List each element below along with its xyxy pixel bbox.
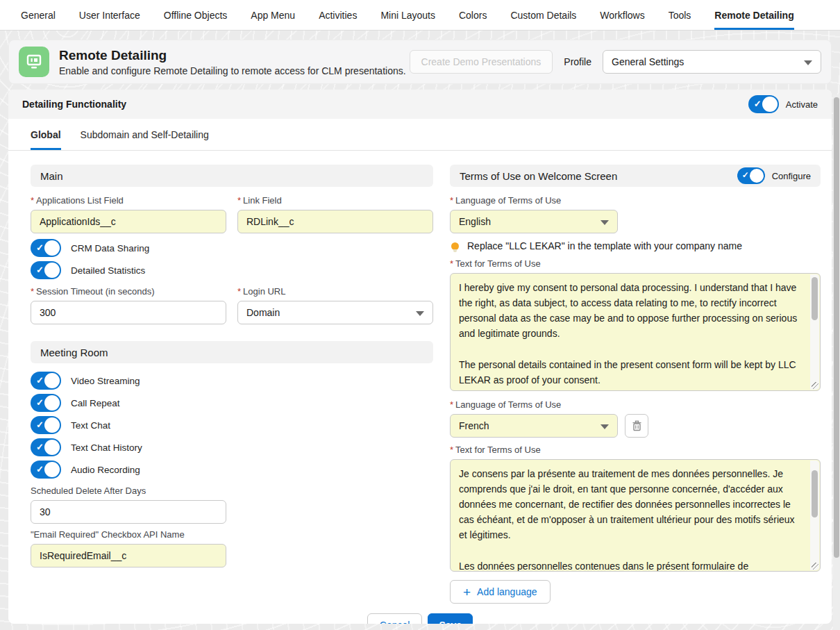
toggle-knob <box>44 373 60 388</box>
panel-tabs: Global Subdomain and Self-Detailing <box>8 119 832 151</box>
link-field-label: *Link Field <box>237 195 433 206</box>
required-asterisk: * <box>237 195 241 206</box>
panel-title: Detailing Functionality <box>22 99 126 110</box>
required-asterisk: * <box>450 445 453 455</box>
text-chat-history-label: Text Chat History <box>71 442 142 453</box>
scheduled-delete-label: Scheduled Delete After Days <box>31 486 226 496</box>
page-subtitle: Enable and configure Remote Detailing to… <box>59 65 406 76</box>
configure-toggle[interactable]: ✓ <box>737 167 765 184</box>
nav-tab-user-interface[interactable]: User Interface <box>79 0 140 30</box>
resize-handle-icon[interactable] <box>812 382 818 389</box>
required-asterisk: * <box>450 258 453 269</box>
terms-language-select-english[interactable]: English <box>450 210 618 233</box>
page-header: Remote Detailing Enable and configure Re… <box>8 40 832 84</box>
nav-tab-colors[interactable]: Colors <box>459 0 487 30</box>
required-asterisk: * <box>450 399 453 410</box>
trash-icon <box>632 420 642 431</box>
panel-header: Detailing Functionality ✓ Activate <box>8 90 832 119</box>
delete-language-button[interactable] <box>625 414 648 438</box>
textarea-scrollbar[interactable] <box>810 461 819 570</box>
nav-tab-general[interactable]: General <box>21 0 56 30</box>
required-asterisk: * <box>237 286 241 297</box>
activate-toggle[interactable]: ✓ <box>748 95 779 113</box>
check-icon: ✓ <box>754 98 762 110</box>
profile-select[interactable]: General Settings <box>603 50 821 74</box>
tip-text: Replace "LLC LEKAR" in the template with… <box>467 240 742 251</box>
check-icon: ✓ <box>36 419 44 431</box>
detailed-statistics-toggle[interactable]: ✓ <box>31 261 61 279</box>
tab-subdomain-self-detailing[interactable]: Subdomain and Self-Detailing <box>81 119 209 150</box>
crm-data-sharing-toggle[interactable]: ✓ <box>31 239 61 257</box>
terms-text-english-textarea[interactable]: I hereby give my consent to personal dat… <box>450 273 821 391</box>
terms-language-select-french[interactable]: French <box>450 414 618 438</box>
applications-list-field-label: *Applications List Field <box>31 195 226 206</box>
required-asterisk: * <box>450 195 453 206</box>
toggle-knob <box>44 395 60 411</box>
detailed-statistics-label: Detailed Statistics <box>71 265 145 276</box>
check-icon: ✓ <box>36 374 44 386</box>
chevron-down-icon <box>600 220 609 225</box>
login-url-select-value: Domain <box>246 307 280 318</box>
link-field-input[interactable] <box>237 210 433 233</box>
main-section-title: Main <box>40 170 63 182</box>
toggle-knob <box>44 263 60 278</box>
language-of-terms-label-2: *Language of Terms of Use <box>450 399 821 410</box>
nav-tab-custom-details[interactable]: Custom Details <box>510 0 576 30</box>
toggle-knob <box>44 417 60 433</box>
terms-text-french-textarea[interactable]: Je consens par la présente au traitement… <box>450 459 821 572</box>
save-button[interactable]: Save <box>428 613 473 624</box>
nav-tab-offline-objects[interactable]: Offline Objects <box>164 0 228 30</box>
textarea-scrollbar[interactable] <box>810 274 819 390</box>
page-title: Remote Detailing <box>59 47 406 64</box>
remote-detailing-icon <box>19 47 49 77</box>
nav-tab-remote-detailing[interactable]: Remote Detailing <box>714 0 793 30</box>
call-repeat-toggle[interactable]: ✓ <box>31 394 61 412</box>
page-scrollbar-track[interactable] <box>833 94 840 630</box>
crm-data-sharing-label: CRM Data Sharing <box>71 243 149 254</box>
applications-list-field-input[interactable] <box>31 210 226 233</box>
toggle-knob <box>44 462 60 477</box>
form-footer: Cancel Save <box>8 604 832 624</box>
required-asterisk: * <box>31 195 34 206</box>
add-language-button[interactable]: + Add language <box>450 580 551 604</box>
text-chat-toggle[interactable]: ✓ <box>31 416 61 434</box>
profile-label: Profile <box>564 56 591 67</box>
configure-label: Configure <box>772 171 811 181</box>
call-repeat-label: Call Repeat <box>71 398 120 408</box>
text-for-terms-label: *Text for Terms of Use <box>450 258 821 269</box>
chevron-down-icon <box>804 60 812 65</box>
cancel-button[interactable]: Cancel <box>367 613 423 624</box>
toggle-knob <box>750 169 764 183</box>
nav-tab-app-menu[interactable]: App Menu <box>251 0 295 30</box>
toggle-knob <box>762 97 778 112</box>
resize-handle-icon[interactable] <box>812 563 818 570</box>
session-timeout-input[interactable] <box>31 301 226 324</box>
check-icon: ✓ <box>36 441 44 453</box>
audio-recording-toggle[interactable]: ✓ <box>31 461 61 479</box>
terms-language-value: English <box>459 216 491 227</box>
toggle-knob <box>44 240 60 256</box>
terms-section-header: Terms of Use on Welcome Screen ✓ Configu… <box>450 165 821 187</box>
login-url-select[interactable]: Domain <box>237 301 433 324</box>
tab-global[interactable]: Global <box>31 119 61 150</box>
email-required-checkbox-api-label: "Email Required" Checkbox API Name <box>31 529 226 540</box>
check-icon: ✓ <box>36 264 44 276</box>
page-scrollbar-thumb[interactable] <box>834 97 839 558</box>
meeting-room-title: Meeting Room <box>40 347 108 358</box>
nav-tab-workflows[interactable]: Workflows <box>600 0 644 30</box>
required-asterisk: * <box>31 286 34 297</box>
main-section-header: Main <box>31 165 433 187</box>
nav-tab-activities[interactable]: Activities <box>319 0 357 30</box>
activate-label: Activate <box>786 99 818 110</box>
scheduled-delete-input[interactable] <box>31 500 226 524</box>
check-icon: ✓ <box>36 397 44 408</box>
plus-icon: + <box>463 586 471 599</box>
terms-section-title: Terms of Use on Welcome Screen <box>460 170 617 182</box>
email-required-checkbox-api-input[interactable] <box>31 544 226 567</box>
profile-select-value: General Settings <box>612 56 684 67</box>
nav-tab-tools[interactable]: Tools <box>669 0 691 30</box>
create-demo-presentations-button[interactable]: Create Demo Presentations <box>410 50 553 74</box>
nav-tab-mini-layouts[interactable]: Mini Layouts <box>380 0 435 30</box>
video-streaming-toggle[interactable]: ✓ <box>31 372 61 390</box>
text-chat-history-toggle[interactable]: ✓ <box>31 438 61 456</box>
